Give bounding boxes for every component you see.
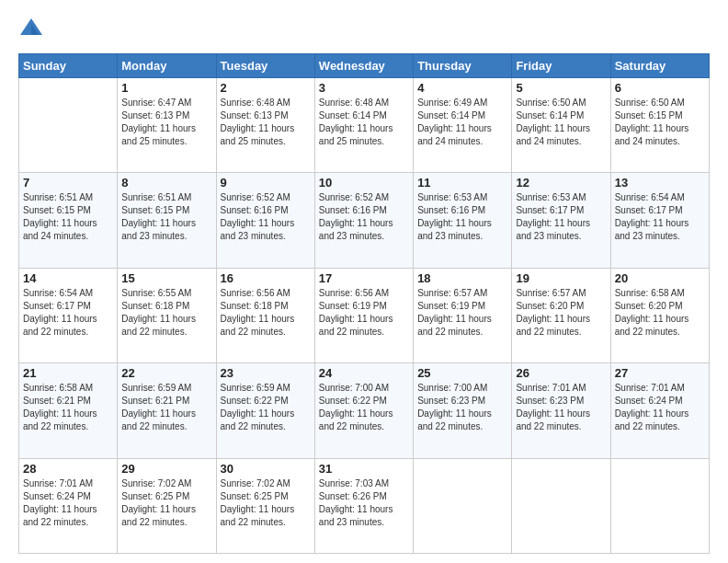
day-number: 5: [516, 81, 606, 95]
calendar-week-row: 7 Sunrise: 6:51 AMSunset: 6:15 PMDayligh…: [19, 173, 710, 268]
day-number: 15: [121, 271, 211, 285]
calendar-week-row: 14 Sunrise: 6:54 AMSunset: 6:17 PMDaylig…: [19, 268, 710, 362]
calendar-cell: 5 Sunrise: 6:50 AMSunset: 6:14 PMDayligh…: [512, 78, 610, 173]
cell-info: Sunrise: 6:53 AMSunset: 6:16 PMDaylight:…: [417, 191, 507, 243]
day-number: 6: [615, 81, 705, 95]
cell-info: Sunrise: 7:01 AMSunset: 6:24 PMDaylight:…: [23, 477, 113, 529]
calendar-day-header: Friday: [512, 54, 610, 78]
cell-info: Sunrise: 7:02 AMSunset: 6:25 PMDaylight:…: [221, 477, 311, 529]
calendar-cell: [19, 78, 118, 173]
logo-icon: [18, 17, 44, 42]
cell-info: Sunrise: 6:51 AMSunset: 6:15 PMDaylight:…: [121, 191, 211, 243]
cell-info: Sunrise: 6:57 AMSunset: 6:19 PMDaylight:…: [417, 287, 507, 339]
calendar-cell: 19 Sunrise: 6:57 AMSunset: 6:20 PMDaylig…: [512, 268, 610, 362]
calendar-cell: 17 Sunrise: 6:56 AMSunset: 6:19 PMDaylig…: [314, 268, 413, 362]
calendar-cell: 16 Sunrise: 6:56 AMSunset: 6:18 PMDaylig…: [216, 268, 314, 362]
cell-info: Sunrise: 7:00 AMSunset: 6:23 PMDaylight:…: [417, 382, 507, 433]
day-number: 20: [615, 271, 705, 285]
calendar-cell: 23 Sunrise: 6:59 AMSunset: 6:22 PMDaylig…: [216, 363, 314, 458]
calendar-cell: 25 Sunrise: 7:00 AMSunset: 6:23 PMDaylig…: [414, 363, 512, 458]
calendar-cell: 11 Sunrise: 6:53 AMSunset: 6:16 PMDaylig…: [414, 173, 512, 268]
day-number: 29: [121, 462, 211, 476]
day-number: 10: [319, 176, 409, 190]
cell-info: Sunrise: 6:54 AMSunset: 6:17 PMDaylight:…: [23, 287, 113, 339]
calendar-cell: 18 Sunrise: 6:57 AMSunset: 6:19 PMDaylig…: [414, 268, 512, 362]
day-number: 14: [23, 271, 113, 285]
cell-info: Sunrise: 6:58 AMSunset: 6:21 PMDaylight:…: [23, 382, 113, 433]
day-number: 18: [417, 271, 507, 285]
cell-info: Sunrise: 6:50 AMSunset: 6:15 PMDaylight:…: [615, 97, 705, 148]
calendar-cell: 14 Sunrise: 6:54 AMSunset: 6:17 PMDaylig…: [19, 268, 118, 362]
day-number: 12: [516, 176, 606, 190]
cell-info: Sunrise: 6:59 AMSunset: 6:21 PMDaylight:…: [121, 382, 211, 433]
header: [18, 17, 710, 42]
calendar-cell: 30 Sunrise: 7:02 AMSunset: 6:25 PMDaylig…: [216, 458, 314, 553]
cell-info: Sunrise: 6:47 AMSunset: 6:13 PMDaylight:…: [121, 97, 211, 148]
day-number: 2: [221, 81, 311, 95]
day-number: 30: [221, 462, 311, 476]
day-number: 7: [23, 176, 113, 190]
cell-info: Sunrise: 6:51 AMSunset: 6:15 PMDaylight:…: [23, 191, 113, 243]
calendar-cell: 10 Sunrise: 6:52 AMSunset: 6:16 PMDaylig…: [314, 173, 413, 268]
cell-info: Sunrise: 7:01 AMSunset: 6:24 PMDaylight:…: [615, 382, 705, 433]
calendar-day-header: Thursday: [414, 54, 512, 78]
day-number: 25: [417, 366, 507, 380]
day-number: 22: [121, 366, 211, 380]
cell-info: Sunrise: 6:50 AMSunset: 6:14 PMDaylight:…: [516, 97, 606, 148]
calendar-day-header: Wednesday: [314, 54, 413, 78]
day-number: 27: [615, 366, 705, 380]
day-number: 17: [319, 271, 409, 285]
cell-info: Sunrise: 6:52 AMSunset: 6:16 PMDaylight:…: [221, 191, 311, 243]
day-number: 13: [615, 176, 705, 190]
calendar-cell: 20 Sunrise: 6:58 AMSunset: 6:20 PMDaylig…: [610, 268, 709, 362]
day-number: 8: [121, 176, 211, 190]
calendar-day-header: Saturday: [610, 54, 709, 78]
calendar-cell: [512, 458, 610, 553]
cell-info: Sunrise: 7:02 AMSunset: 6:25 PMDaylight:…: [121, 477, 211, 529]
day-number: 19: [516, 271, 606, 285]
calendar-table: SundayMondayTuesdayWednesdayThursdayFrid…: [18, 53, 710, 554]
cell-info: Sunrise: 6:49 AMSunset: 6:14 PMDaylight:…: [417, 97, 507, 148]
calendar-day-header: Sunday: [19, 54, 118, 78]
cell-info: Sunrise: 6:59 AMSunset: 6:22 PMDaylight:…: [221, 382, 311, 433]
calendar-cell: 4 Sunrise: 6:49 AMSunset: 6:14 PMDayligh…: [414, 78, 512, 173]
calendar-day-header: Monday: [118, 54, 216, 78]
cell-info: Sunrise: 7:03 AMSunset: 6:26 PMDaylight:…: [319, 477, 409, 529]
cell-info: Sunrise: 6:55 AMSunset: 6:18 PMDaylight:…: [121, 287, 211, 339]
calendar-cell: [414, 458, 512, 553]
cell-info: Sunrise: 6:48 AMSunset: 6:14 PMDaylight:…: [319, 97, 409, 148]
calendar-cell: 26 Sunrise: 7:01 AMSunset: 6:23 PMDaylig…: [512, 363, 610, 458]
day-number: 23: [221, 366, 311, 380]
cell-info: Sunrise: 7:01 AMSunset: 6:23 PMDaylight:…: [516, 382, 606, 433]
day-number: 24: [319, 366, 409, 380]
calendar-cell: 28 Sunrise: 7:01 AMSunset: 6:24 PMDaylig…: [19, 458, 118, 553]
calendar-header-row: SundayMondayTuesdayWednesdayThursdayFrid…: [19, 54, 710, 78]
day-number: 21: [23, 366, 113, 380]
calendar-cell: 27 Sunrise: 7:01 AMSunset: 6:24 PMDaylig…: [610, 363, 709, 458]
day-number: 1: [121, 81, 211, 95]
day-number: 16: [221, 271, 311, 285]
cell-info: Sunrise: 6:53 AMSunset: 6:17 PMDaylight:…: [516, 191, 606, 243]
page: SundayMondayTuesdayWednesdayThursdayFrid…: [0, 0, 728, 563]
calendar-cell: 7 Sunrise: 6:51 AMSunset: 6:15 PMDayligh…: [19, 173, 118, 268]
calendar-cell: 3 Sunrise: 6:48 AMSunset: 6:14 PMDayligh…: [314, 78, 413, 173]
day-number: 3: [319, 81, 409, 95]
calendar-cell: 8 Sunrise: 6:51 AMSunset: 6:15 PMDayligh…: [118, 173, 216, 268]
day-number: 4: [417, 81, 507, 95]
calendar-cell: [610, 458, 709, 553]
calendar-cell: 22 Sunrise: 6:59 AMSunset: 6:21 PMDaylig…: [118, 363, 216, 458]
cell-info: Sunrise: 6:57 AMSunset: 6:20 PMDaylight:…: [516, 287, 606, 339]
day-number: 31: [319, 462, 409, 476]
calendar-week-row: 1 Sunrise: 6:47 AMSunset: 6:13 PMDayligh…: [19, 78, 710, 173]
day-number: 11: [417, 176, 507, 190]
calendar-cell: 29 Sunrise: 7:02 AMSunset: 6:25 PMDaylig…: [118, 458, 216, 553]
cell-info: Sunrise: 6:52 AMSunset: 6:16 PMDaylight:…: [319, 191, 409, 243]
logo: [18, 17, 48, 42]
calendar-cell: 1 Sunrise: 6:47 AMSunset: 6:13 PMDayligh…: [118, 78, 216, 173]
calendar-cell: 24 Sunrise: 7:00 AMSunset: 6:22 PMDaylig…: [314, 363, 413, 458]
calendar-cell: 13 Sunrise: 6:54 AMSunset: 6:17 PMDaylig…: [610, 173, 709, 268]
day-number: 9: [221, 176, 311, 190]
cell-info: Sunrise: 6:56 AMSunset: 6:18 PMDaylight:…: [221, 287, 311, 339]
calendar-cell: 9 Sunrise: 6:52 AMSunset: 6:16 PMDayligh…: [216, 173, 314, 268]
cell-info: Sunrise: 6:58 AMSunset: 6:20 PMDaylight:…: [615, 287, 705, 339]
